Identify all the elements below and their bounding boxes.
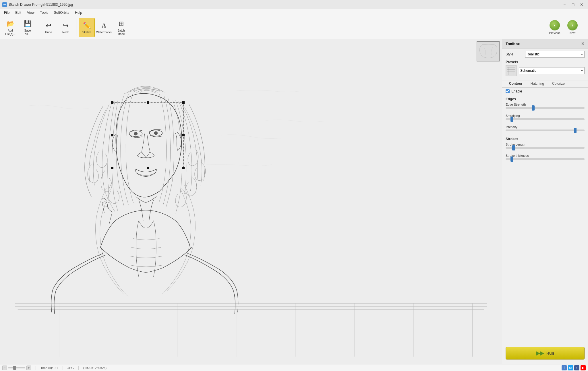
preset-icon-box (506, 65, 517, 76)
title-bar: ✏ Sketch Drawer Pro - girl-511883_1920.j… (0, 0, 588, 9)
close-button[interactable]: ✕ (578, 1, 586, 9)
facebook-icon[interactable]: f (574, 365, 579, 370)
toolbox-header: Toolbox ✕ (502, 39, 588, 49)
twitter-icon[interactable]: tw (568, 365, 573, 370)
enable-checkbox[interactable] (506, 89, 510, 93)
time-label: Time (s): 0.1 (40, 366, 58, 370)
smudging-group: Smudging (502, 113, 588, 124)
zoom-slider[interactable] (8, 367, 25, 368)
toolbox-close-button[interactable]: ✕ (581, 41, 585, 46)
previous-button[interactable]: ‹ Previous (546, 18, 563, 37)
edge-strength-label: Edge Strength (506, 103, 585, 106)
status-sep-1 (36, 366, 36, 370)
format-label: JPG (67, 366, 74, 370)
canvas-area[interactable] (0, 39, 502, 364)
style-label: Style (506, 52, 523, 56)
tab-colorize[interactable]: Colorize (549, 80, 568, 87)
watermarks-icon: A (99, 21, 109, 30)
thumbnail-svg (477, 42, 500, 61)
intensity-track[interactable] (506, 130, 585, 131)
redo-label: Redo (62, 31, 69, 34)
title-bar-controls: − □ ✕ (560, 1, 586, 9)
stroke-length-track[interactable] (506, 147, 585, 149)
next-button[interactable]: › Next (564, 18, 581, 37)
batch-mode-icon: ⊞ (117, 19, 126, 28)
menu-softorbits[interactable]: SoftOrbits (51, 10, 72, 15)
main-content: Toolbox ✕ Style Realistic Cartoon Pencil… (0, 39, 588, 364)
maximize-button[interactable]: □ (569, 1, 577, 9)
toolbox-spacer (502, 164, 588, 342)
next-icon: › (567, 20, 578, 30)
undo-icon: ↩ (44, 21, 53, 30)
run-arrow-icon: ▶▶ (536, 350, 544, 356)
style-select-wrapper: Realistic Cartoon Pencil Charcoal ▼ (525, 51, 585, 58)
stroke-length-thumb[interactable] (512, 145, 515, 150)
watermarks-label: Watermarks (96, 31, 112, 34)
app-icon: ✏ (2, 2, 7, 7)
edge-strength-track[interactable] (506, 107, 585, 109)
preset-select-wrapper: Schematic Classic Modern Detailed ▼ (519, 67, 585, 74)
save-as-icon: 💾 (23, 19, 32, 28)
menu-edit[interactable]: Edit (12, 10, 24, 15)
smudging-track[interactable] (506, 118, 585, 120)
tab-contour[interactable]: Contour (506, 80, 526, 87)
strokes-heading: Strokes (502, 135, 588, 142)
svg-rect-16 (477, 42, 500, 61)
enable-row: Enable (502, 88, 588, 95)
sketch-icon: ✏️ (82, 21, 91, 30)
add-files-icon: 📂 (6, 19, 15, 28)
batch-mode-label: BatchMode (117, 29, 125, 36)
zoom-out-button[interactable]: − (2, 366, 7, 370)
style-select[interactable]: Realistic Cartoon Pencil Charcoal (525, 51, 585, 58)
tab-hatching[interactable]: Hatching (527, 80, 548, 87)
menu-bar: File Edit View Tools SoftOrbits Help (0, 9, 588, 16)
next-label: Next (570, 32, 576, 35)
run-button[interactable]: ▶▶ Run (506, 347, 585, 360)
zoom-thumb[interactable] (13, 366, 16, 370)
dimensions-label: (1920×1280×24) (83, 366, 107, 370)
style-row: Style Realistic Cartoon Pencil Charcoal … (506, 51, 585, 58)
undo-button[interactable]: ↩ Undo (40, 18, 57, 37)
sketch-button[interactable]: ✏️ Sketch (79, 18, 95, 37)
edge-strength-thumb[interactable] (532, 105, 535, 111)
batch-mode-button[interactable]: ⊞ BatchMode (113, 18, 129, 37)
minimize-button[interactable]: − (560, 1, 568, 9)
info-icon[interactable]: i (562, 365, 567, 370)
window-title: Sketch Drawer Pro - girl-511883_1920.jpg (9, 3, 73, 7)
style-section: Style Realistic Cartoon Pencil Charcoal … (502, 49, 588, 80)
watermarks-button[interactable]: A Watermarks (96, 18, 112, 37)
edges-heading: Edges (502, 95, 588, 102)
redo-icon: ↪ (61, 21, 70, 30)
nav-group: ‹ Previous › Next (546, 18, 581, 37)
status-sep-3 (78, 366, 79, 370)
stroke-length-group: Stroke Length (502, 142, 588, 153)
intensity-label: Intensity (506, 125, 585, 129)
menu-view[interactable]: View (24, 10, 37, 15)
intensity-thumb[interactable] (574, 128, 577, 133)
title-bar-left: ✏ Sketch Drawer Pro - girl-511883_1920.j… (2, 2, 73, 7)
stroke-length-label: Stroke Length (506, 143, 585, 146)
zoom-controls: − + (2, 366, 31, 370)
stroke-thickness-thumb[interactable] (510, 156, 513, 162)
stroke-thickness-group: Stroke thickness (502, 153, 588, 164)
smudging-thumb[interactable] (510, 117, 513, 122)
zoom-in-button[interactable]: + (26, 366, 31, 370)
edge-strength-group: Edge Strength (502, 102, 588, 113)
add-files-button[interactable]: 📂 AddFile(s)... (2, 18, 18, 37)
svg-rect-0 (0, 47, 502, 357)
toolbar-sep-2 (76, 19, 76, 36)
redo-button[interactable]: ↪ Redo (58, 18, 74, 37)
previous-label: Previous (549, 32, 560, 35)
undo-label: Undo (45, 31, 52, 34)
status-sep-2 (63, 366, 63, 370)
toolbox-panel: Toolbox ✕ Style Realistic Cartoon Pencil… (502, 39, 588, 364)
stroke-thickness-track[interactable] (506, 158, 585, 160)
menu-help[interactable]: Help (72, 10, 85, 15)
youtube-icon[interactable]: ▶ (581, 365, 586, 370)
menu-tools[interactable]: Tools (37, 10, 51, 15)
menu-file[interactable]: File (1, 10, 12, 15)
save-as-button[interactable]: 💾 Saveas... (20, 18, 36, 37)
presets-label: Presets (506, 60, 585, 64)
preset-select[interactable]: Schematic Classic Modern Detailed (519, 67, 585, 74)
run-label: Run (546, 351, 554, 355)
